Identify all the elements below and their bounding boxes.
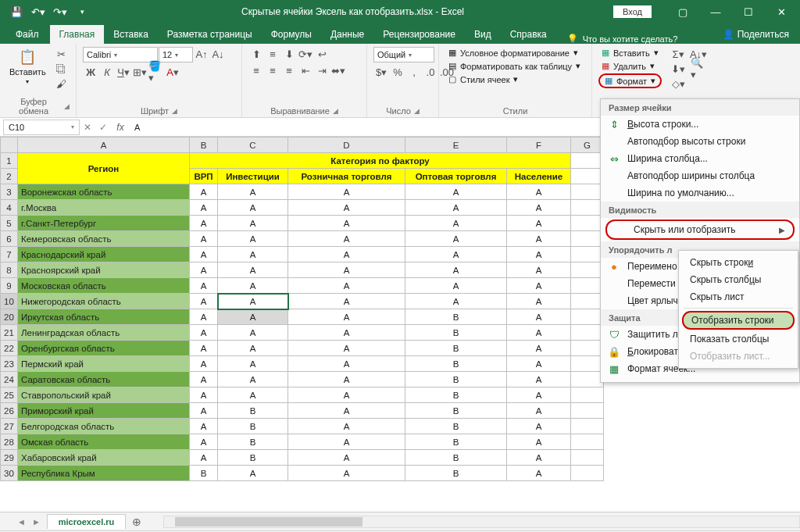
cell[interactable]: А [190,325,218,341]
cell[interactable]: Население [507,169,571,184]
cell[interactable]: А [405,247,507,262]
cell-styles-button[interactable]: ▢Стили ячеек▾ [445,73,584,85]
font-color-icon[interactable]: A▾ [165,65,180,79]
cell[interactable]: А [190,278,218,294]
row-header[interactable]: 6 [1,231,18,247]
cell[interactable] [571,309,604,325]
align-right-icon[interactable]: ≡ [281,63,297,77]
borders-icon[interactable]: ⊞▾ [132,65,148,79]
col-header-E[interactable]: E [405,137,507,153]
cell[interactable]: А [507,372,571,387]
row-header[interactable]: 10 [1,294,18,309]
submenu-unhide-rows[interactable]: Отобразить строки [682,311,795,330]
row-header[interactable]: 5 [1,216,18,231]
col-header-F[interactable]: F [507,137,571,153]
cell[interactable]: А [218,309,288,325]
font-name-combo[interactable]: Calibri▾ [83,47,158,62]
menu-row-height[interactable]: ⇕Высота строки... [601,116,799,133]
cell[interactable]: В [405,434,507,450]
cell[interactable]: В [405,450,507,466]
menu-autofit-col[interactable]: Автоподбор ширины столбца [601,167,799,184]
cell[interactable] [571,387,604,403]
cell[interactable]: А [190,450,218,466]
align-center-icon[interactable]: ≡ [265,63,280,77]
cell[interactable]: А [507,403,571,419]
cell[interactable]: Ленинградская область [18,325,190,341]
cell[interactable]: А [218,247,288,262]
new-sheet-icon[interactable]: ⊕ [132,516,141,528]
cell[interactable]: А [288,216,405,231]
cell[interactable]: В [218,434,288,450]
cell[interactable]: А [507,184,571,200]
cell[interactable] [571,450,604,466]
insert-cells-button[interactable]: ▦Вставить▾ [598,47,662,59]
cell[interactable]: А [405,278,507,294]
cell[interactable]: В [218,450,288,466]
cell[interactable]: А [288,200,405,216]
horizontal-scrollbar[interactable] [163,516,800,528]
row-header[interactable]: 9 [1,278,18,294]
cell[interactable] [571,325,604,341]
cell[interactable]: А [288,309,405,325]
cell[interactable]: г.Москва [18,200,190,216]
sheet-tab[interactable]: microexcel.ru [47,514,127,529]
fill-icon[interactable]: ⬇▾ [670,62,686,76]
cell[interactable]: В [405,356,507,372]
row-header[interactable]: 1 [1,153,18,169]
number-format-combo[interactable]: Общий▾ [373,47,434,62]
cell[interactable] [571,278,604,294]
cell[interactable]: В [405,403,507,419]
cell[interactable]: А [218,466,288,481]
sheet-nav-prev-icon[interactable]: ◄ [17,517,26,527]
cell[interactable]: Белгородская область [18,419,190,434]
cell[interactable]: В [405,466,507,481]
menu-default-width[interactable]: Ширина по умолчанию... [601,184,799,202]
align-top-icon[interactable]: ⬆ [248,47,264,61]
name-box[interactable]: C10▾ [3,120,80,135]
indent-dec-icon[interactable]: ⇤ [298,63,313,77]
autosum-icon[interactable]: Σ▾ [670,47,686,61]
cell[interactable]: В [405,325,507,341]
row-header[interactable]: 24 [1,372,18,387]
ribbon-options-icon[interactable]: ▢ [667,0,698,23]
redo-icon[interactable]: ↷▾ [50,2,70,22]
cell[interactable]: А [405,216,507,231]
submenu-unhide-sheet[interactable]: Отобразить лист... [679,348,798,365]
col-header-A[interactable]: A [18,137,190,153]
indent-inc-icon[interactable]: ⇥ [314,63,330,77]
cell[interactable]: А [405,200,507,216]
cell[interactable]: В [405,372,507,387]
cell[interactable] [571,216,604,231]
row-header[interactable]: 21 [1,325,18,341]
cell[interactable]: Оптовая торговля [405,169,507,184]
row-header[interactable]: 23 [1,356,18,372]
cell[interactable]: Омская область [18,434,190,450]
cell[interactable]: А [190,200,218,216]
orientation-icon[interactable]: ⟳▾ [298,47,313,61]
cell[interactable]: А [507,450,571,466]
wrap-text-icon[interactable]: ↩ [314,47,330,61]
cell[interactable]: А [405,294,507,309]
cell[interactable] [571,262,604,278]
cell[interactable]: А [190,231,218,247]
tab-formulas[interactable]: Формулы [262,25,321,44]
cell[interactable]: В [218,419,288,434]
cell[interactable]: А [507,200,571,216]
cell[interactable]: А [190,309,218,325]
cell[interactable]: А [190,387,218,403]
cell[interactable]: А [507,341,571,356]
cell[interactable]: А [190,294,218,309]
cut-icon[interactable]: ✂ [54,47,70,61]
login-button[interactable]: Вход [613,5,652,18]
cell[interactable]: А [190,216,218,231]
cell[interactable]: А [218,325,288,341]
submenu-unhide-cols[interactable]: Показать столбцы [679,330,798,348]
cell[interactable]: А [288,372,405,387]
merge-icon[interactable]: ⬌▾ [330,63,346,77]
cell[interactable]: Иркутская область [18,309,190,325]
row-header[interactable]: 2 [1,169,18,184]
row-header[interactable]: 29 [1,450,18,466]
tab-home[interactable]: Главная [50,25,105,44]
cell[interactable]: А [288,356,405,372]
cancel-icon[interactable]: ✕ [80,122,95,133]
